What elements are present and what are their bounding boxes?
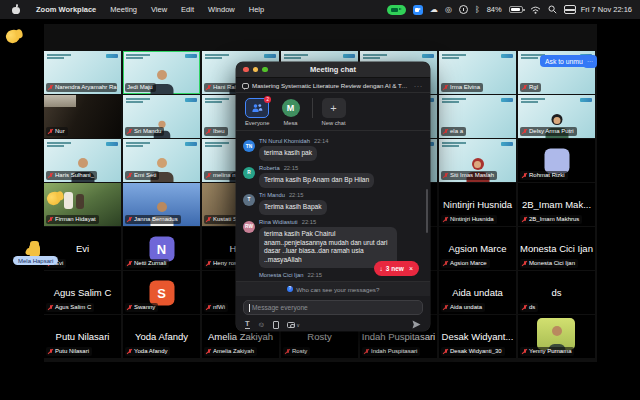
- avatar: R: [243, 167, 255, 179]
- sender-name[interactable]: Monesta Cici Ijan: [259, 272, 303, 278]
- participant-tile[interactable]: Agsion MarceAgsion Marce: [439, 227, 516, 270]
- tab-new-chat[interactable]: + New chat: [322, 98, 346, 126]
- chat-toolbar: T ☺ ∨: [236, 315, 430, 331]
- message-input[interactable]: Message everyone: [243, 300, 423, 315]
- participant-name-label: Indah Puspitasari: [362, 347, 420, 356]
- virtual-background-logo: [106, 54, 118, 58]
- participant-avatar: [544, 148, 569, 173]
- privacy-info-icon: ?: [287, 286, 294, 293]
- muted-mic-icon: [127, 128, 132, 135]
- participant-name-label: Ibeu: [204, 127, 228, 136]
- participant-tile[interactable]: Yoda AfandyYoda Afandy: [123, 315, 200, 358]
- virtual-background-banner: [442, 98, 466, 104]
- participant-tile[interactable]: Rohmat Rizki: [518, 139, 595, 182]
- participant-tile[interactable]: Monesta Cici IjanMonesta Cici Ijan: [518, 227, 595, 270]
- virtual-background-banner: [126, 98, 150, 104]
- attach-file-icon[interactable]: [273, 321, 279, 329]
- participant-tile[interactable]: Emi Seti: [123, 139, 200, 182]
- send-message-icon[interactable]: [412, 320, 421, 329]
- participant-tile[interactable]: Desak Widyant...Desak Widyanti_30: [439, 315, 516, 358]
- apple-menu-icon[interactable]: [12, 5, 20, 14]
- participant-tile[interactable]: ela a: [439, 95, 516, 138]
- shortcuts-icon[interactable]: ◎: [445, 6, 452, 14]
- muted-mic-icon: [206, 128, 211, 135]
- bluetooth-icon[interactable]: ᛒ: [475, 6, 480, 14]
- participant-tile[interactable]: Agus Salim CAgus Salim C: [44, 271, 121, 314]
- time-machine-icon[interactable]: [459, 5, 468, 14]
- tab-everyone[interactable]: 2 Everyone: [245, 98, 270, 126]
- tabs-divider: [312, 98, 313, 118]
- participant-name-label: Irma Elvina: [441, 83, 483, 92]
- virtual-background-logo: [580, 98, 592, 102]
- menu-help[interactable]: Help: [242, 5, 271, 14]
- participant-name-label: nfWi: [204, 303, 228, 312]
- virtual-background-banner: [126, 54, 150, 60]
- participant-tile[interactable]: SSwanny: [123, 271, 200, 314]
- participant-tile[interactable]: Nur: [44, 95, 121, 138]
- topic-more-icon[interactable]: ···: [413, 83, 424, 89]
- participant-tile[interactable]: NNetti Zurnali: [123, 227, 200, 270]
- battery-icon[interactable]: [509, 6, 523, 13]
- participant-name-label: Nintinjri Husnida: [441, 215, 497, 224]
- virtual-background-banner: [205, 142, 229, 148]
- menu-app-name[interactable]: Zoom Workplace: [29, 5, 103, 14]
- menu-meeting[interactable]: Meeting: [103, 5, 144, 14]
- wifi-icon[interactable]: [530, 6, 541, 14]
- virtual-background-banner: [205, 54, 229, 60]
- screenshot-icon[interactable]: ∨: [287, 322, 300, 328]
- participant-tile[interactable]: Sri Mandu: [123, 95, 200, 138]
- close-window-button[interactable]: [243, 67, 249, 73]
- participant-name-label: 2B_Imam Makhrus: [520, 215, 582, 224]
- participant-name-label: Narendra Aryamahr Raza: [46, 83, 117, 92]
- message-time: 22:14: [314, 138, 329, 144]
- chat-title-bar[interactable]: Meeting chat: [236, 62, 430, 78]
- participant-tile[interactable]: dsds: [518, 271, 595, 314]
- muted-mic-icon: [443, 304, 448, 311]
- dismiss-icon[interactable]: ×: [409, 265, 413, 272]
- participant-tile[interactable]: 2B_Imam Mak...2B_Imam Makhrus: [518, 183, 595, 226]
- new-messages-button[interactable]: ↓ 3 new ×: [374, 261, 419, 276]
- control-center-icon[interactable]: [564, 5, 574, 14]
- muted-mic-icon: [443, 348, 448, 355]
- minimize-window-button[interactable]: [253, 67, 259, 73]
- participant-tile[interactable]: Jedi Maju: [123, 51, 200, 94]
- muted-mic-icon: [522, 216, 527, 223]
- participant-tile[interactable]: Janna Bernadus: [123, 183, 200, 226]
- muted-mic-icon: [48, 216, 53, 223]
- participant-tile[interactable]: Yenny Purnama: [518, 315, 595, 358]
- muted-mic-icon: [443, 216, 448, 223]
- participant-tile[interactable]: Aida undataAida undata: [439, 271, 516, 314]
- sender-name[interactable]: Rina Widiastuti: [259, 219, 298, 225]
- sender-name[interactable]: Roberta: [259, 165, 280, 171]
- menu-window[interactable]: Window: [201, 5, 242, 14]
- search-icon[interactable]: [548, 5, 557, 14]
- sender-name[interactable]: TN Nurul Khomidah: [259, 138, 310, 144]
- participant-tile[interactable]: Putu NilasariPutu Nilasari: [44, 315, 121, 358]
- muted-mic-icon: [522, 304, 527, 311]
- participant-tile[interactable]: Delsy Arma Putri: [518, 95, 595, 138]
- participant-tile[interactable]: Siti Imas Maslah: [439, 139, 516, 182]
- format-text-icon[interactable]: T: [245, 320, 250, 329]
- participant-tile[interactable]: Haris Sulhani_: [44, 139, 121, 182]
- menu-bar-clock[interactable]: Fri 7 Nov 22:16: [581, 5, 632, 14]
- chat-message-list[interactable]: TN TN Nurul Khomidah22:14 terima kasih p…: [236, 131, 430, 281]
- emoji-icon[interactable]: ☺: [258, 320, 266, 329]
- unread-badge: 2: [264, 96, 271, 103]
- chat-privacy-note[interactable]: ? Who can see your messages?: [236, 281, 430, 296]
- muted-mic-icon: [127, 304, 132, 311]
- message-time: 22:15: [307, 272, 322, 278]
- participant-tile[interactable]: Irma Elvina: [439, 51, 516, 94]
- participant-tile[interactable]: Narendra Aryamahr Raza: [44, 51, 121, 94]
- screen-recording-indicator-icon[interactable]: [387, 5, 406, 15]
- tile-more-options-button[interactable]: ···: [583, 55, 597, 68]
- chat-window-title: Meeting chat: [310, 65, 356, 74]
- menu-view[interactable]: View: [144, 5, 174, 14]
- zoom-window-button[interactable]: [262, 67, 268, 73]
- virtual-background-banner: [442, 54, 466, 60]
- cloud-icon[interactable]: ☁: [430, 6, 438, 14]
- sender-name[interactable]: Tri Mandu: [259, 192, 285, 198]
- zoom-menubar-icon[interactable]: [413, 5, 423, 15]
- participant-tile[interactable]: Nintinjri HusnidaNintinjri Husnida: [439, 183, 516, 226]
- tab-direct-chat[interactable]: M Mesa: [279, 98, 303, 126]
- menu-edit[interactable]: Edit: [174, 5, 201, 14]
